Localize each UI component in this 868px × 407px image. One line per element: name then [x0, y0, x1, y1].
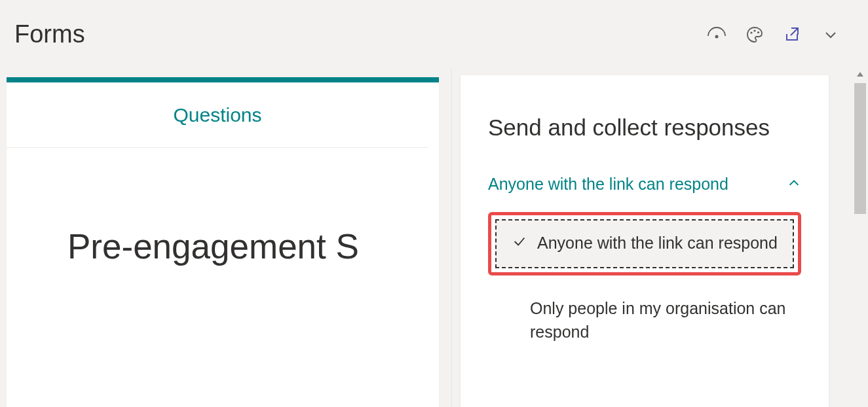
check-icon [512, 234, 527, 253]
scrollbar-track[interactable] [852, 69, 868, 407]
audience-dropdown-label: Anyone with the link can respond [488, 175, 728, 194]
option-org-only[interactable]: Only people in my organisation can respo… [488, 283, 801, 359]
annotation-highlight: Anyone with the link can respond [488, 212, 801, 275]
panel-title: Send and collect responses [488, 115, 801, 141]
audience-dropdown-header[interactable]: Anyone with the link can respond [488, 175, 801, 194]
preview-icon[interactable] [707, 25, 726, 44]
theme-icon[interactable] [745, 25, 764, 44]
tab-questions-label: Questions [173, 104, 261, 126]
form-card: Questions Pre-engagement S [7, 77, 439, 407]
header-actions [707, 25, 840, 44]
tab-questions[interactable]: Questions [7, 82, 428, 147]
svg-point-0 [715, 35, 719, 38]
scroll-up-arrow-icon[interactable] [856, 70, 864, 80]
main-area: Questions Pre-engagement S Send and coll… [0, 69, 868, 407]
vertical-divider [451, 69, 452, 407]
svg-point-1 [750, 31, 752, 33]
scrollbar-thumb[interactable] [854, 83, 866, 214]
svg-point-3 [757, 31, 759, 33]
option-org-label: Only people in my organisation can respo… [530, 296, 792, 344]
option-anyone-label: Anyone with the link can respond [537, 234, 778, 253]
chevron-down-icon[interactable] [821, 25, 840, 44]
share-panel: Send and collect responses Anyone with t… [461, 75, 829, 407]
form-title-area: Pre-engagement S [7, 148, 439, 266]
option-anyone-link[interactable]: Anyone with the link can respond [495, 219, 794, 268]
share-icon[interactable] [783, 25, 802, 44]
app-header: Forms [0, 0, 868, 69]
tabs: Questions [7, 82, 428, 148]
chevron-up-icon [787, 176, 801, 193]
form-title[interactable]: Pre-engagement S [67, 226, 439, 266]
svg-point-2 [753, 29, 755, 31]
app-title: Forms [14, 20, 85, 48]
